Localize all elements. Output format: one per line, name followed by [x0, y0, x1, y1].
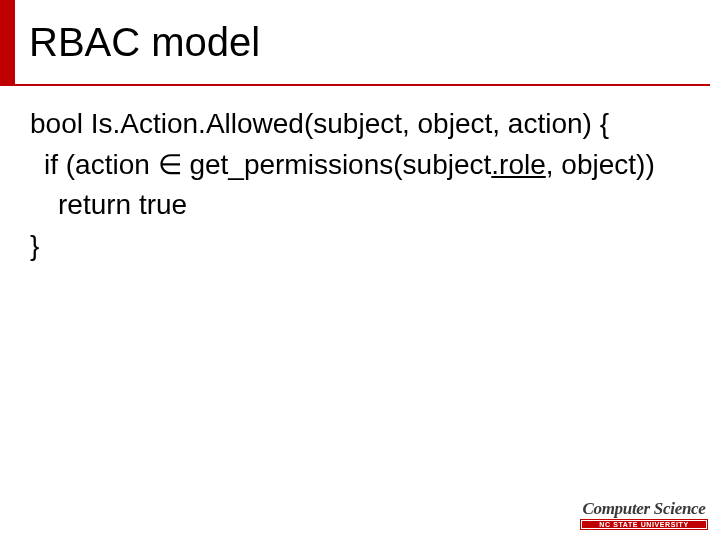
slide: RBAC model bool Is.Action.Allowed(subjec…: [0, 0, 720, 540]
code-line-4: }: [30, 226, 690, 267]
code-text: Action: [120, 108, 198, 139]
code-text-role: role: [499, 149, 546, 180]
code-line-3: return true: [30, 185, 690, 226]
code-line-1: bool Is.Action.Allowed(subject, object, …: [30, 104, 690, 145]
code-text: if (action ∈ get_permissions(subject: [44, 149, 491, 180]
slide-title: RBAC model: [29, 20, 260, 64]
code-text: bool Is: [30, 108, 113, 139]
code-text: , object)): [546, 149, 655, 180]
logo-dept-text: Computer Science: [580, 500, 708, 517]
title-region: RBAC model: [15, 0, 710, 86]
footer-logo: Computer Science NC STATE UNIVERSITY: [580, 500, 708, 530]
code-text: Allowed(subject, object, action) {: [206, 108, 609, 139]
code-line-2: if (action ∈ get_permissions(subject.rol…: [30, 145, 690, 186]
code-text-dot: .: [491, 149, 499, 180]
logo-univ-text: NC STATE UNIVERSITY: [580, 519, 708, 530]
accent-bar: [0, 0, 15, 86]
body-region: bool Is.Action.Allowed(subject, object, …: [30, 104, 690, 266]
